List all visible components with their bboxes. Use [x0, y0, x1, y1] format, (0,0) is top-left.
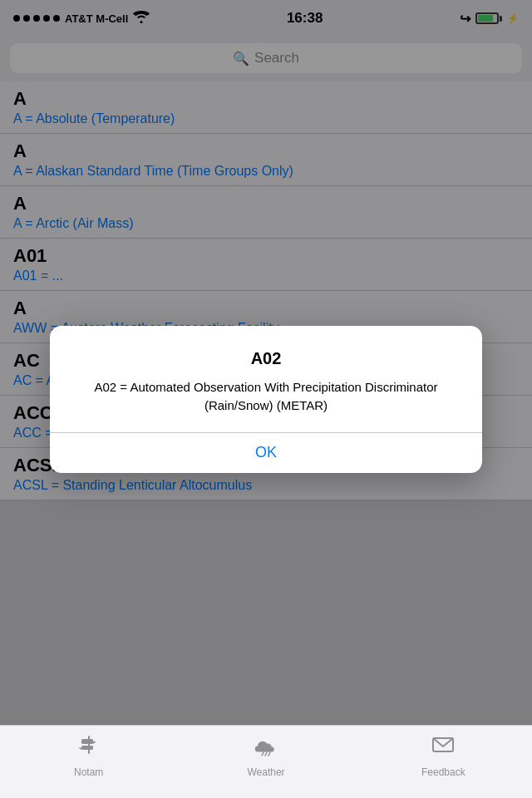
- weather-icon: [254, 732, 278, 763]
- svg-line-7: [265, 752, 267, 756]
- feedback-icon: [431, 732, 456, 763]
- tab-bar: Notam Weather Feedback: [0, 725, 532, 798]
- svg-line-6: [262, 752, 264, 756]
- svg-line-8: [268, 752, 270, 756]
- alert-buttons: OK: [50, 433, 482, 473]
- svg-marker-2: [93, 741, 96, 744]
- svg-marker-5: [78, 748, 81, 751]
- tab-feedback-label: Feedback: [421, 766, 466, 778]
- tab-weather[interactable]: Weather: [177, 732, 354, 778]
- tab-notam-label: Notam: [74, 766, 103, 778]
- alert-content: A02 A02 = Automated Observation With Pre…: [50, 326, 482, 432]
- overlay-backdrop: A02 A02 = Automated Observation With Pre…: [0, 0, 532, 798]
- alert-ok-button[interactable]: OK: [50, 433, 482, 473]
- alert-title: A02: [70, 349, 462, 368]
- svg-rect-0: [88, 736, 90, 754]
- notam-icon: [76, 732, 101, 763]
- svg-rect-4: [81, 746, 93, 750]
- tab-weather-label: Weather: [247, 766, 284, 778]
- svg-rect-1: [81, 739, 93, 744]
- tab-notam[interactable]: Notam: [0, 732, 177, 778]
- tab-feedback[interactable]: Feedback: [355, 732, 532, 778]
- alert-dialog: A02 A02 = Automated Observation With Pre…: [50, 326, 482, 473]
- alert-message: A02 = Automated Observation With Precipi…: [70, 378, 462, 416]
